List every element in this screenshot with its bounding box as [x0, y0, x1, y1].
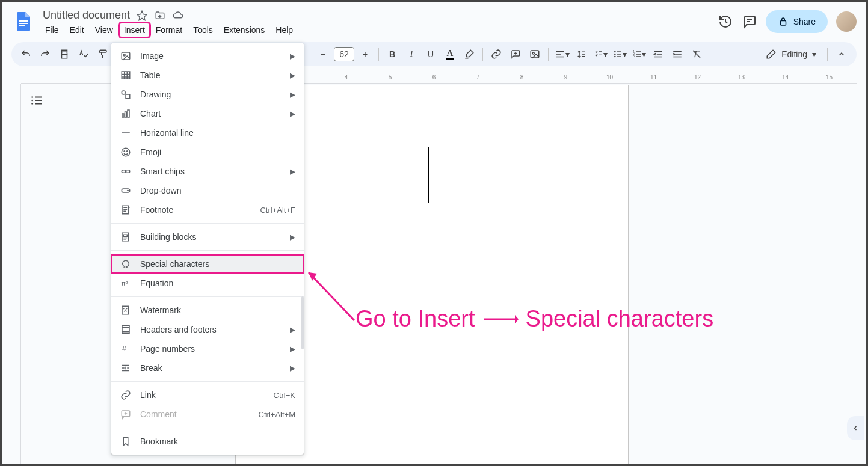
highlight-color-button[interactable]	[461, 46, 478, 63]
font-size-input[interactable]: 62	[334, 47, 354, 61]
menu-format[interactable]: Format	[151, 23, 187, 37]
text-cursor	[428, 147, 429, 203]
cloud-status-icon[interactable]	[172, 10, 184, 22]
bold-button[interactable]: B	[384, 46, 401, 63]
menu-edit[interactable]: Edit	[65, 23, 89, 37]
menu-item-bookmark[interactable]: Bookmark	[111, 432, 304, 451]
menu-extensions[interactable]: Extensions	[219, 23, 269, 37]
svg-rect-36	[123, 235, 127, 236]
redo-button[interactable]	[37, 46, 54, 63]
menu-item-label: Smart chips	[140, 167, 282, 176]
outline-toggle[interactable]	[28, 92, 45, 109]
vertical-ruler[interactable]	[11, 84, 21, 464]
menu-item-drop-down[interactable]: Drop-down	[111, 181, 304, 200]
editing-mode-button[interactable]: Editing ▾	[760, 49, 822, 60]
menu-item-label: Emoji	[140, 147, 295, 157]
svg-text:1: 1	[128, 205, 131, 209]
move-folder-icon[interactable]	[154, 10, 166, 22]
menu-item-page-numbers[interactable]: #Page numbers▸	[111, 339, 304, 358]
menu-insert[interactable]: Insert	[119, 23, 150, 37]
submenu-arrow-icon: ▸	[290, 363, 295, 373]
menu-item-footnote[interactable]: 1FootnoteCtrl+Alt+F	[111, 200, 304, 219]
table-icon	[120, 70, 132, 81]
doc-title[interactable]: Untitled document	[43, 9, 130, 22]
menu-item-image[interactable]: Image▸	[111, 46, 304, 66]
menu-item-headers-and-footers[interactable]: Headers and footers▸	[111, 320, 304, 339]
equation-icon: π²	[120, 278, 132, 289]
menu-view[interactable]: View	[90, 23, 118, 37]
print-button[interactable]	[56, 46, 73, 63]
add-comment-button[interactable]	[507, 46, 524, 63]
underline-button[interactable]: U	[422, 46, 439, 63]
increase-indent-button[interactable]	[669, 46, 686, 63]
arrow-right-icon	[482, 312, 519, 327]
bulleted-list-button[interactable]: ▾	[611, 46, 628, 63]
collapse-toolbar-button[interactable]	[833, 45, 851, 63]
decrease-indent-button[interactable]	[650, 46, 666, 63]
comment-icon	[120, 409, 132, 420]
editing-mode-label: Editing	[781, 49, 807, 59]
insert-link-button[interactable]	[488, 46, 505, 63]
svg-line-42	[309, 272, 354, 320]
show-side-panel-button[interactable]	[847, 416, 864, 440]
menu-item-label: Watermark	[140, 305, 295, 315]
separator	[827, 48, 828, 61]
font-size-increase[interactable]: +	[357, 46, 374, 63]
insert-image-button[interactable]	[526, 46, 543, 63]
menu-item-smart-chips[interactable]: Smart chips▸	[111, 162, 304, 181]
menu-item-break[interactable]: Break▸	[111, 358, 304, 378]
chart-icon	[120, 108, 132, 119]
menu-tools[interactable]: Tools	[188, 23, 218, 37]
svg-rect-0	[19, 20, 28, 22]
menu-item-watermark[interactable]: Watermark	[111, 301, 304, 320]
svg-rect-11	[617, 54, 621, 54]
svg-rect-39	[122, 325, 129, 334]
menu-help[interactable]: Help	[271, 23, 298, 37]
spellcheck-button[interactable]	[75, 46, 92, 63]
numbered-list-button[interactable]: 123▾	[630, 46, 647, 63]
menu-item-label: Comment	[140, 409, 250, 419]
menu-item-building-blocks[interactable]: Building blocks▸	[111, 227, 304, 247]
menu-item-chart[interactable]: Chart▸	[111, 104, 304, 123]
undo-button[interactable]	[17, 46, 34, 63]
svg-point-7	[614, 51, 616, 53]
title-zone: Untitled document File Edit View Insert …	[38, 7, 718, 37]
menu-item-label: Link	[140, 390, 265, 400]
menu-item-label: Special characters	[140, 259, 295, 269]
star-icon[interactable]	[136, 10, 148, 22]
omega-icon	[120, 259, 132, 269]
text-color-button[interactable]: A	[442, 46, 458, 63]
menu-item-horizontal-line[interactable]: Horizontal line	[111, 123, 304, 143]
italic-button[interactable]: I	[403, 46, 420, 63]
docs-logo-icon[interactable]	[11, 9, 35, 33]
checklist-button[interactable]: ▾	[592, 46, 609, 63]
share-button[interactable]: Share	[766, 10, 828, 33]
menubar: File Edit View Insert Format Tools Exten…	[38, 22, 718, 37]
menu-item-link[interactable]: LinkCtrl+K	[111, 385, 304, 405]
menu-item-special-characters[interactable]: Special characters	[111, 254, 304, 274]
menu-item-label: Page numbers	[140, 344, 282, 354]
font-size-decrease[interactable]: −	[315, 46, 331, 63]
menu-item-drawing[interactable]: Drawing▸	[111, 85, 304, 104]
submenu-arrow-icon: ▸	[290, 51, 295, 61]
menu-item-label: Bookmark	[140, 437, 295, 446]
menu-item-table[interactable]: Table▸	[111, 66, 304, 85]
menu-item-equation[interactable]: π²Equation	[111, 274, 304, 293]
align-button[interactable]: ▾	[553, 46, 570, 63]
clear-formatting-button[interactable]	[688, 46, 705, 63]
paint-format-button[interactable]	[94, 46, 111, 63]
menu-item-emoji[interactable]: Emoji	[111, 143, 304, 162]
drawing-icon	[120, 89, 132, 100]
svg-point-18	[31, 103, 33, 105]
menu-file[interactable]: File	[40, 23, 64, 37]
menu-item-label: Chart	[140, 109, 282, 118]
avatar[interactable]	[836, 11, 857, 32]
history-icon[interactable]	[718, 14, 733, 29]
comments-icon[interactable]	[742, 14, 757, 29]
menu-item-label: Horizontal line	[140, 128, 295, 138]
svg-rect-10	[617, 51, 621, 52]
svg-rect-24	[122, 114, 124, 117]
menu-item-label: Break	[140, 363, 282, 373]
pencil-icon	[766, 49, 777, 60]
line-spacing-button[interactable]	[573, 46, 589, 63]
